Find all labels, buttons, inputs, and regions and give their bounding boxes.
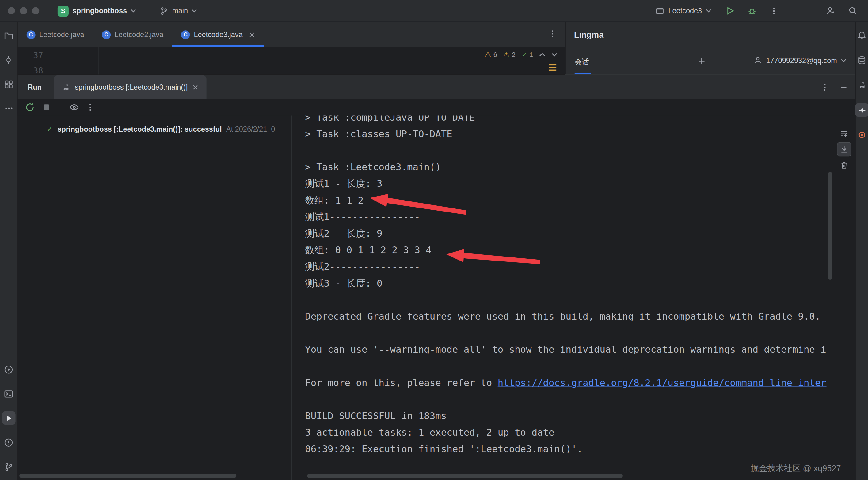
run-button[interactable] bbox=[722, 4, 738, 18]
tab-session[interactable]: 会话 bbox=[575, 57, 589, 67]
gradle-docs-link[interactable]: https://docs.gradle.org/8.2.1/userguide/… bbox=[498, 377, 827, 388]
warnings-badge[interactable]: ⚠ 6 bbox=[485, 50, 497, 59]
run-tool-window-icon[interactable] bbox=[2, 411, 15, 424]
more-tool-windows-icon[interactable] bbox=[2, 102, 15, 115]
profiler-icon[interactable] bbox=[855, 128, 868, 141]
link-prefix: For more on this, please refer to bbox=[305, 377, 498, 388]
tab-list-more-icon[interactable] bbox=[549, 29, 556, 39]
run-status-row[interactable]: ✓ springbootboss [:Leetcode3.main()]: su… bbox=[46, 124, 291, 133]
vertical-scrollbar[interactable] bbox=[828, 172, 832, 280]
console-line: 数组: 0 0 1 1 2 2 3 3 4 bbox=[305, 242, 826, 258]
previous-problem-icon[interactable] bbox=[539, 53, 545, 57]
new-session-icon[interactable] bbox=[698, 57, 706, 65]
toolbar-more-icon[interactable] bbox=[87, 103, 94, 112]
next-problem-icon[interactable] bbox=[551, 53, 558, 57]
chevron-down-icon bbox=[192, 9, 197, 13]
inspections-passed-badge[interactable]: ✓ 1 bbox=[522, 50, 533, 58]
tab-leetcode2-java[interactable]: C Leetcode2.java bbox=[93, 22, 172, 47]
structure-icon[interactable] bbox=[2, 77, 15, 91]
warnings-count: 6 bbox=[493, 50, 497, 58]
console-line: 测试2 - 长度: 9 bbox=[305, 225, 826, 242]
inspection-menu-icon[interactable] bbox=[549, 64, 556, 71]
weak-warnings-count: 2 bbox=[512, 50, 516, 58]
account-widget[interactable]: 1770992932@qq.com bbox=[753, 56, 846, 65]
soft-wrap-icon[interactable] bbox=[838, 127, 851, 140]
more-actions-icon[interactable] bbox=[766, 4, 782, 18]
run-tab-title: springbootboss [:Leetcode3.main()] bbox=[75, 83, 188, 91]
console-lines: > Task :compileJava UP-TO-DATE > Task :c… bbox=[292, 115, 856, 457]
run-toolbar bbox=[18, 99, 856, 115]
close-window-icon[interactable] bbox=[8, 7, 15, 14]
console-line bbox=[305, 391, 826, 407]
project-folder-icon[interactable] bbox=[2, 29, 15, 42]
code-with-me-icon[interactable] bbox=[823, 4, 838, 18]
console-line: 06:39:29: Execution finished ':Leetcode3… bbox=[305, 441, 826, 457]
close-tab-icon[interactable] bbox=[249, 31, 256, 38]
clear-console-icon[interactable] bbox=[838, 159, 851, 172]
tab-leetcode3-java[interactable]: C Leetcode3.java bbox=[172, 22, 264, 47]
console-line bbox=[305, 292, 826, 308]
services-icon[interactable] bbox=[2, 363, 15, 376]
editor-tabbar: C Leetcode.java C Leetcode2.java C Leetc… bbox=[18, 22, 565, 47]
check-icon: ✓ bbox=[522, 50, 527, 58]
run-window-header: Run springbootboss [:Leetcode3.main()] bbox=[18, 75, 856, 99]
inspect-eye-icon[interactable] bbox=[69, 102, 80, 112]
terminal-icon[interactable] bbox=[2, 387, 15, 400]
editor-area[interactable]: 37 38 ⚠ 6 ⚠ 2 ✓ 1 bbox=[18, 47, 565, 75]
tab-leetcode-java[interactable]: C Leetcode.java bbox=[18, 22, 93, 47]
console-line bbox=[305, 324, 826, 341]
horizontal-scrollbar[interactable] bbox=[307, 474, 622, 478]
console-floating-toolbar bbox=[838, 127, 851, 172]
gutter-separator bbox=[98, 47, 99, 75]
passed-count: 1 bbox=[529, 50, 533, 58]
notifications-icon[interactable] bbox=[855, 29, 868, 42]
lingma-tabbar: 会话 1770992932@qq.com bbox=[566, 51, 856, 74]
run-tool-window: Run springbootboss [:Leetcode3.main()] bbox=[18, 75, 856, 480]
hide-tool-window-icon[interactable] bbox=[840, 83, 847, 91]
inspections-widget[interactable]: ⚠ 6 ⚠ 2 ✓ 1 bbox=[485, 50, 557, 59]
stop-icon[interactable] bbox=[42, 103, 51, 112]
chevron-down-icon bbox=[131, 9, 136, 13]
project-icon: S bbox=[58, 5, 69, 16]
database-icon[interactable] bbox=[855, 54, 868, 67]
run-status-time: At 2026/2/21, 0 bbox=[226, 125, 275, 133]
account-email: 1770992932@qq.com bbox=[766, 56, 837, 64]
run-tree-pane: ✓ springbootboss [:Leetcode3.main()]: su… bbox=[18, 115, 292, 480]
close-tab-icon[interactable] bbox=[192, 84, 199, 91]
minimize-window-icon[interactable] bbox=[20, 7, 27, 14]
window-controls bbox=[8, 7, 39, 14]
active-tab-underline bbox=[575, 73, 591, 74]
right-tool-strip bbox=[855, 22, 868, 480]
line-number: 38 bbox=[18, 66, 43, 75]
commit-icon[interactable] bbox=[2, 53, 15, 66]
lingma-panel: Lingma 会话 1770992932@qq.com bbox=[565, 22, 855, 75]
debug-button[interactable] bbox=[744, 4, 760, 18]
scroll-to-end-icon[interactable] bbox=[838, 143, 851, 156]
zoom-window-icon[interactable] bbox=[32, 7, 39, 14]
project-widget[interactable]: S springbootboss bbox=[54, 3, 140, 19]
project-name: springbootboss bbox=[73, 7, 127, 15]
lingma-title: Lingma bbox=[574, 30, 603, 39]
run-tab[interactable]: springbootboss [:Leetcode3.main()] bbox=[54, 75, 207, 99]
class-icon: C bbox=[181, 30, 190, 39]
version-control-icon[interactable] bbox=[2, 460, 15, 473]
gradle-icon[interactable] bbox=[855, 78, 868, 92]
run-window-options-icon[interactable] bbox=[821, 83, 829, 92]
lingma-icon[interactable] bbox=[855, 103, 868, 116]
console-line bbox=[305, 142, 826, 159]
branch-widget[interactable]: main bbox=[156, 4, 201, 18]
rerun-icon[interactable] bbox=[25, 102, 35, 112]
user-icon bbox=[753, 56, 762, 65]
search-everywhere-icon[interactable] bbox=[845, 4, 860, 18]
console-output[interactable]: > Task :compileJava UP-TO-DATE > Task :c… bbox=[292, 115, 856, 480]
console-line: > Task :Leetcode3.main() bbox=[305, 159, 826, 175]
horizontal-scrollbar[interactable] bbox=[19, 474, 236, 478]
problems-icon[interactable] bbox=[2, 436, 15, 449]
run-config-name: Leetcode3 bbox=[668, 7, 702, 15]
console-line: > Task :classes UP-TO-DATE bbox=[305, 126, 826, 142]
run-configuration-widget[interactable]: Leetcode3 bbox=[652, 4, 715, 18]
class-icon: C bbox=[102, 30, 111, 39]
weak-warnings-badge[interactable]: ⚠ 2 bbox=[503, 50, 516, 59]
tab-label: Leetcode.java bbox=[39, 30, 84, 39]
git-branch-icon bbox=[160, 6, 168, 15]
